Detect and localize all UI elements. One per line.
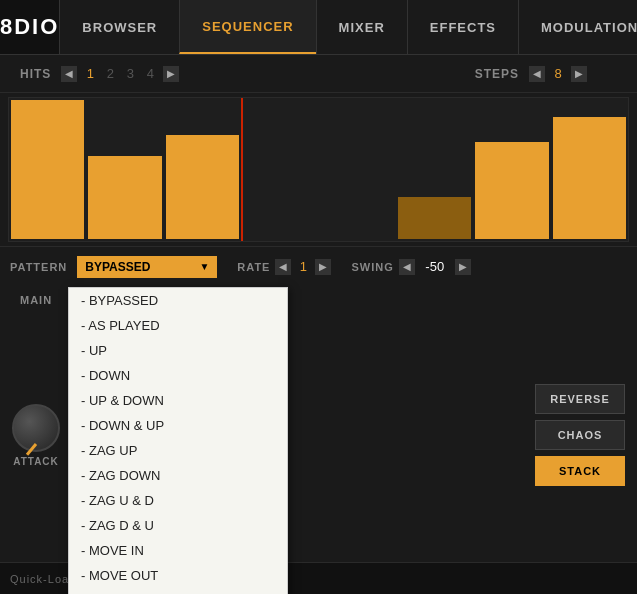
controls-bar: HITS ◀ 1 2 3 4 ▶ STEPS ◀ 8 ▶ [0, 55, 637, 93]
main-label: MAIN [10, 288, 62, 306]
seq-bar-1[interactable] [9, 98, 86, 241]
seq-bar-fill-1 [11, 100, 84, 239]
rate-prev-button[interactable]: ◀ [275, 259, 291, 275]
swing-next-button[interactable]: ▶ [455, 259, 471, 275]
red-line [241, 98, 243, 241]
seq-bar-fill-3 [166, 135, 239, 239]
nav-tabs: BROWSER SEQUENCER MIXER EFFECTS MODULATI… [59, 0, 637, 54]
seq-bar-5[interactable] [319, 98, 396, 241]
logo-area: 8DIO [0, 0, 59, 54]
rate-next-button[interactable]: ▶ [315, 259, 331, 275]
steps-prev-button[interactable]: ◀ [529, 66, 545, 82]
pattern-option-zag-du[interactable]: - ZAG D & U [69, 513, 287, 538]
swing-value: -50 [420, 259, 450, 274]
attack-label: ATTACK [13, 456, 59, 467]
tab-browser[interactable]: BROWSER [59, 0, 179, 54]
sequencer-area [8, 97, 629, 242]
reverse-button[interactable]: REVERSE [535, 384, 625, 414]
pattern-option-up[interactable]: - UP [69, 338, 287, 363]
quick-load-label: Quick-Load [10, 573, 76, 585]
pattern-option-down-up[interactable]: - DOWN & UP [69, 413, 287, 438]
hits-value-3: 3 [123, 66, 137, 81]
seq-bar-8[interactable] [551, 98, 628, 241]
pattern-dropdown-menu: - BYPASSED - AS PLAYED - UP - DOWN - UP … [68, 287, 288, 594]
rate-value: 1 [296, 259, 310, 274]
hits-label: HITS [20, 67, 51, 81]
swing-group: SWING ◀ -50 ▶ [351, 259, 470, 275]
seq-bar-2[interactable] [86, 98, 163, 241]
steps-next-button[interactable]: ▶ [571, 66, 587, 82]
pattern-option-as-played[interactable]: - AS PLAYED [69, 313, 287, 338]
pattern-option-move-io[interactable]: - MOVE I & O [69, 588, 287, 594]
dropdown-arrow-icon: ▼ [199, 261, 209, 272]
attack-indicator [26, 443, 37, 456]
tab-mixer[interactable]: MIXER [316, 0, 407, 54]
pattern-row: PATTERN BYPASSED ▼ - BYPASSED - AS PLAYE… [0, 246, 637, 286]
seq-bar-7[interactable] [473, 98, 550, 241]
pattern-selected: BYPASSED [85, 260, 150, 274]
pattern-option-move-in[interactable]: - MOVE IN [69, 538, 287, 563]
rate-group: RATE ◀ 1 ▶ [237, 259, 331, 275]
pattern-option-bypassed[interactable]: - BYPASSED [69, 288, 287, 313]
hits-value-4: 4 [143, 66, 157, 81]
pattern-option-zag-ud[interactable]: - ZAG U & D [69, 488, 287, 513]
seq-bar-fill-8 [553, 117, 626, 239]
seq-bar-fill-7 [475, 142, 548, 239]
header: 8DIO BROWSER SEQUENCER MIXER EFFECTS MOD… [0, 0, 637, 55]
tab-modulation[interactable]: MODULATION [518, 0, 637, 54]
tab-sequencer[interactable]: SEQUENCER [179, 0, 315, 54]
tab-effects[interactable]: EFFECTS [407, 0, 518, 54]
chaos-button[interactable]: CHAOS [535, 420, 625, 450]
seq-bar-fill-6 [398, 197, 471, 239]
hits-value-2: 2 [103, 66, 117, 81]
rate-label: RATE [237, 261, 270, 273]
pattern-label: PATTERN [10, 261, 67, 273]
pattern-option-up-down[interactable]: - UP & DOWN [69, 388, 287, 413]
stack-button[interactable]: STACK [535, 456, 625, 486]
hits-value-1: 1 [83, 66, 97, 81]
swing-label: SWING [351, 261, 393, 273]
seq-bar-fill-2 [88, 156, 161, 239]
hits-group: HITS ◀ 1 2 3 4 ▶ [20, 66, 179, 82]
buttons-column: REVERSE CHAOS STACK [535, 384, 625, 486]
swing-prev-button[interactable]: ◀ [399, 259, 415, 275]
attack-knob[interactable] [12, 404, 60, 452]
hits-next-button[interactable]: ▶ [163, 66, 179, 82]
pattern-option-zag-up[interactable]: - ZAG UP [69, 438, 287, 463]
steps-label: STEPS [475, 67, 519, 81]
attack-knob-group: ATTACK [12, 404, 60, 467]
pattern-option-move-out[interactable]: - MOVE OUT [69, 563, 287, 588]
hits-prev-button[interactable]: ◀ [61, 66, 77, 82]
seq-bar-6[interactable] [396, 98, 473, 241]
app-wrapper: 8DIO BROWSER SEQUENCER MIXER EFFECTS MOD… [0, 0, 637, 594]
pattern-dropdown[interactable]: BYPASSED ▼ [77, 256, 217, 278]
steps-value: 8 [551, 66, 565, 81]
pattern-option-down[interactable]: - DOWN [69, 363, 287, 388]
seq-grid [9, 98, 628, 241]
pattern-option-zag-down[interactable]: - ZAG DOWN [69, 463, 287, 488]
seq-bar-4[interactable] [241, 98, 318, 241]
steps-group: STEPS ◀ 8 ▶ [475, 66, 587, 82]
logo: 8DIO [0, 14, 59, 40]
seq-bar-3[interactable] [164, 98, 241, 241]
